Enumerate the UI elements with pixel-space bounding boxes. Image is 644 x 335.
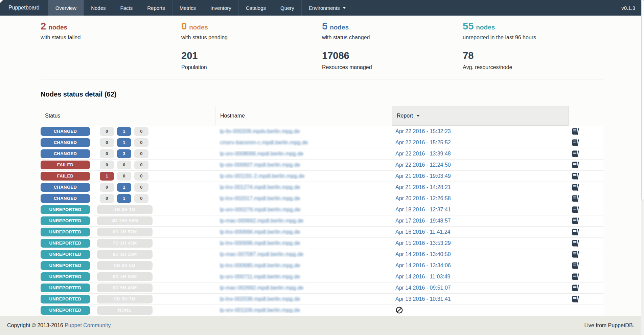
report-book-icon[interactable]	[572, 195, 579, 202]
puppet-community-link[interactable]: Puppet Community	[65, 322, 110, 328]
report-link[interactable]: Apr 15 2016 - 13:53:29	[395, 240, 451, 246]
hostname-link[interactable]: lp-srv-0008066.mpdl.berlin.mpg.de	[220, 151, 303, 156]
stat-label: with status pending	[181, 35, 322, 41]
report-book-icon[interactable]	[572, 295, 579, 303]
nav-spacer	[353, 0, 615, 16]
status-counts: 010	[100, 138, 148, 147]
nav-item-facts[interactable]: Facts	[113, 0, 140, 16]
status-badge: UNREPORTED	[41, 295, 90, 303]
report-link[interactable]: Apr 14 2016 - 13:34:06	[395, 263, 451, 269]
status-counts: 100	[100, 172, 148, 181]
nav-item-reports[interactable]: Reports	[140, 0, 172, 16]
report-book-icon[interactable]	[572, 217, 579, 225]
scrollbar-track[interactable]	[641, 0, 644, 335]
nav-item-query[interactable]: Query	[273, 0, 301, 16]
hostname-link[interactable]: lp-lnx-000680.mpdl.berlin.mpg.de	[220, 263, 300, 268]
report-cell: Apr 22 2016 - 15:25:52	[392, 140, 569, 146]
report-book-icon[interactable]	[572, 273, 579, 280]
table-row: FAILED 000 lp-stx-000607.mpdl.berlin.mpg…	[41, 160, 603, 171]
report-link[interactable]: Apr 16 2016 - 11:41:24	[395, 229, 451, 235]
count-badge: 0	[134, 172, 148, 181]
hostname-link[interactable]: lp-lnx-000696.mpdl.berlin.mpg.de	[220, 240, 300, 246]
report-link[interactable]: Apr 14 2016 - 13:40:50	[395, 251, 451, 257]
hostname-cell: lp-mac-000662.mpdl.berlin.mpg.de	[215, 218, 392, 224]
report-cell: Apr 13 2016 - 10:31:41	[392, 296, 569, 302]
hostname-link[interactable]: lp-mac-007087.mpdl.berlin.mpg.de	[220, 251, 303, 257]
report-link[interactable]: Apr 13 2016 - 10:31:41	[395, 296, 451, 302]
hostname-link[interactable]: lp-mac-002692.mpdl.berlin.mpg.de	[220, 285, 303, 291]
report-book-icon[interactable]	[572, 251, 579, 258]
nav-item-nodes[interactable]: Nodes	[84, 0, 113, 16]
report-book-icon[interactable]	[572, 184, 579, 191]
table-row: UNREPORTED 8D 2H 5M lp-lnx-000680.mpdl.b…	[41, 260, 603, 271]
hostname-link[interactable]: lp-lnx-002036.mpdl.berlin.mpg.de	[220, 296, 300, 302]
hostname-link[interactable]: cmsrv-baromm-c.mpdl.berlin.mpg.de	[220, 140, 308, 145]
status-counts: 010	[100, 127, 148, 136]
nav-items: Overview Nodes Facts Reports Metrics Inv…	[48, 0, 353, 16]
report-book-icon[interactable]	[572, 239, 579, 247]
status-cell: UNREPORTED 8D 4H 35M	[41, 272, 215, 281]
hostname-link[interactable]: lp-lnx-000666.mpdl.berlin.mpg.de	[220, 229, 300, 235]
nav-item-metrics[interactable]: Metrics	[172, 0, 203, 16]
count-badge: 1	[117, 127, 131, 136]
report-link[interactable]: Apr 20 2016 - 12:26:58	[395, 195, 451, 202]
nav-item-environments[interactable]: Environments	[301, 0, 353, 16]
report-link[interactable]: Apr 22 2016 - 15:32:23	[395, 128, 451, 134]
status-badge: CHANGED	[41, 138, 90, 147]
stat-unit: nodes	[330, 24, 349, 31]
report-link[interactable]: Apr 22 2016 - 12:24:50	[395, 162, 451, 168]
stats-panel: 2 nodes with status failed 0 nodes with …	[41, 21, 603, 70]
hostname-cell: lp-srv-0008066.mpdl.berlin.mpg.de	[215, 151, 392, 157]
status-counts: 000	[100, 161, 148, 169]
table-row: UNREPORTED 4D 3H 1M lp-srv-000276.mpdl.b…	[41, 204, 603, 215]
status-cell: UNREPORTED 4D 3H 1M	[41, 205, 215, 214]
scrollbar-thumb[interactable]	[641, 0, 644, 201]
report-book-icon[interactable]	[572, 172, 579, 180]
hostname-cell: lp-lnx-002017.mpdl.berlin.mpg.de	[215, 195, 392, 202]
count-badge: 0	[134, 161, 148, 169]
hostname-cell: lp-stx-001191-2.mpdl.berlin.mpg.de	[215, 173, 392, 179]
report-link[interactable]: Apr 14 2016 - 09:51:07	[395, 285, 451, 291]
hostname-link[interactable]: lp-stx-001191-2.mpdl.berlin.mpg.de	[220, 173, 305, 179]
hostname-link[interactable]: lp-mac-000662.mpdl.berlin.mpg.de	[220, 218, 303, 224]
stat-number: 0	[181, 21, 187, 32]
hostname-link[interactable]: lp-lnx-002017.mpdl.berlin.mpg.de	[220, 195, 300, 201]
stat-number: 55	[463, 21, 474, 32]
report-book-icon[interactable]	[572, 150, 579, 158]
report-book-icon[interactable]	[572, 161, 579, 169]
report-book-icon[interactable]	[572, 206, 579, 213]
report-link[interactable]: Apr 21 2016 - 14:28:21	[395, 184, 451, 190]
hostname-link[interactable]: lp-srv-000276.mpdl.berlin.mpg.de	[220, 207, 300, 212]
report-book-icon[interactable]	[572, 128, 579, 135]
report-book-icon[interactable]	[572, 284, 579, 292]
column-header-actions	[569, 106, 603, 126]
report-book-icon[interactable]	[572, 228, 579, 236]
hostname-link[interactable]: lp-ltx-000209.mpdv.berlin.mpg.de	[220, 128, 300, 134]
hostname-cell: lp-mac-002692.mpdl.berlin.mpg.de	[215, 285, 392, 291]
status-badge: UNREPORTED	[41, 261, 90, 270]
hostname-link[interactable]: lp-srv-001106.mpdl.berlin.mpg.de	[220, 307, 300, 313]
column-header-report[interactable]: Report	[392, 106, 569, 126]
report-link[interactable]: Apr 17 2016 - 19:48:57	[395, 218, 451, 224]
brand-puppetboard[interactable]: Puppetboard	[0, 0, 48, 16]
report-link[interactable]: Apr 14 2016 - 11:03:49	[395, 274, 451, 280]
unreported-duration-badge: 4D 19H 50M	[97, 216, 153, 225]
report-book-icon[interactable]	[572, 262, 579, 269]
nav-item-inventory[interactable]: Inventory	[203, 0, 238, 16]
hostname-link[interactable]: lp-stx-000607.mpdl.berlin.mpg.de	[220, 162, 300, 168]
report-link[interactable]: Apr 18 2016 - 12:37:41	[395, 207, 451, 213]
unreported-duration-badge: 7D 1H 45M	[97, 239, 153, 248]
status-badge: CHANGED	[41, 194, 90, 203]
report-link[interactable]: Apr 22 2016 - 13:39:48	[395, 151, 451, 157]
nav-item-catalogs[interactable]: Catalogs	[238, 0, 273, 16]
actions-cell	[569, 273, 603, 280]
report-book-icon[interactable]	[572, 139, 579, 146]
report-link[interactable]: Apr 22 2016 - 15:25:52	[395, 140, 451, 146]
report-link[interactable]: Apr 21 2016 - 19:03:49	[395, 173, 451, 179]
hostname-link[interactable]: lp-srv-000711.mpdl.berlin.mpg.de	[220, 274, 300, 279]
nav-item-overview[interactable]: Overview	[48, 0, 84, 16]
status-cell: CHANGED 010	[41, 183, 215, 192]
count-badge: 0	[117, 172, 131, 181]
hostname-link[interactable]: lp-lnx-001274.mpdl.berlin.mpg.de	[220, 184, 300, 190]
status-cell: UNREPORTED 7D 1H 45M	[41, 239, 215, 248]
